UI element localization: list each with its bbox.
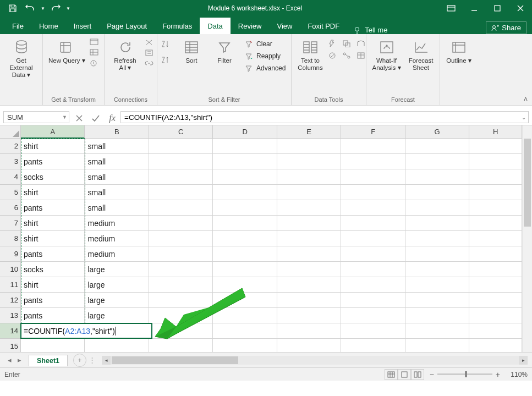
cell[interactable] [341,185,405,200]
cell[interactable] [213,200,277,216]
cell[interactable]: socks [21,262,85,277]
cell[interactable] [341,216,405,231]
page-break-icon[interactable] [411,369,424,380]
cell[interactable]: pants [21,293,85,308]
cell[interactable] [341,262,405,277]
cell[interactable] [149,339,213,352]
row-header[interactable]: 2 [0,139,21,154]
cell[interactable] [341,293,405,308]
row-header[interactable]: 9 [0,246,21,262]
cell[interactable]: small [85,185,149,200]
cell[interactable] [469,200,522,216]
get-external-data-button[interactable]: Get External Data ▾ [3,36,39,80]
select-all-button[interactable] [0,125,21,139]
cell[interactable] [149,277,213,293]
cell[interactable] [213,139,277,154]
cell[interactable] [341,277,405,293]
row-header[interactable]: 12 [0,293,21,308]
collapse-ribbon-icon[interactable]: ᐱ [524,96,528,102]
maximize-icon[interactable] [486,0,509,16]
save-icon[interactable] [6,1,20,15]
cell[interactable]: pants [21,308,85,323]
close-icon[interactable] [509,0,532,16]
cell[interactable]: large [85,277,149,293]
cell[interactable] [469,154,522,169]
cell[interactable] [149,139,213,154]
new-sheet-button[interactable]: + [73,354,86,367]
tab-view[interactable]: View [269,18,300,34]
row-header[interactable]: 5 [0,185,21,200]
cell[interactable]: pants [21,154,85,169]
cell[interactable] [405,277,469,293]
formula-expand-icon[interactable]: ⌄ [522,114,526,120]
cell[interactable] [405,154,469,169]
clear-filter-button[interactable]: Clear [242,38,287,50]
cell[interactable] [469,262,522,277]
cell[interactable] [341,154,405,169]
ribbon-display-icon[interactable] [440,0,463,16]
cell[interactable] [213,231,277,246]
cell[interactable] [277,185,341,200]
tab-page-layout[interactable]: Page Layout [99,18,155,34]
tab-data[interactable]: Data [200,18,230,34]
cell[interactable] [469,231,522,246]
text-to-columns-button[interactable]: Text to Columns [295,36,326,73]
row-header[interactable]: 8 [0,231,21,246]
cell[interactable] [149,246,213,262]
cell[interactable] [341,246,405,262]
tab-home[interactable]: Home [31,18,66,34]
cell[interactable] [405,231,469,246]
cell[interactable] [213,323,277,339]
normal-view-icon[interactable] [385,369,398,380]
cell[interactable]: large [85,293,149,308]
row-header[interactable]: 15 [0,339,21,352]
cell[interactable] [149,262,213,277]
cell[interactable] [341,200,405,216]
cell[interactable] [469,246,522,262]
page-layout-icon[interactable] [398,369,411,380]
sheet-nav[interactable]: ◂▸ [0,356,29,364]
recent-sources-icon[interactable] [90,59,98,69]
zoom-in-icon[interactable]: + [496,370,500,379]
cell[interactable]: small [85,169,149,185]
cell[interactable] [277,323,341,339]
cell[interactable] [277,154,341,169]
cell[interactable] [277,262,341,277]
new-query-button[interactable]: New Query ▾ [46,36,87,65]
minimize-icon[interactable] [463,0,486,16]
cell[interactable] [213,339,277,352]
formula-input[interactable]: =COUNTIF(A2:A13,"shirt") ⌄ [120,111,529,123]
cell[interactable] [469,277,522,293]
cell[interactable] [405,200,469,216]
cell[interactable] [277,169,341,185]
data-validation-icon[interactable] [328,52,340,62]
refresh-all-button[interactable]: Refresh All ▾ [108,36,142,73]
edit-links-icon[interactable] [145,59,153,69]
cell[interactable] [405,339,469,352]
column-header[interactable]: B [85,125,149,139]
cell[interactable]: medium [85,246,149,262]
cell[interactable] [277,308,341,323]
cell[interactable] [277,231,341,246]
cell[interactable]: shirt [21,216,85,231]
cell[interactable] [405,169,469,185]
cell[interactable] [469,339,522,352]
cell[interactable] [149,231,213,246]
cell[interactable] [469,185,522,200]
cell[interactable] [341,231,405,246]
cell[interactable] [405,293,469,308]
column-header[interactable]: G [405,125,469,139]
cell[interactable] [405,216,469,231]
row-header[interactable]: 11 [0,277,21,293]
relationships-icon[interactable] [342,52,354,62]
cell[interactable]: shirt [21,277,85,293]
cell[interactable] [469,308,522,323]
cell[interactable]: shirt [21,185,85,200]
cell[interactable] [341,308,405,323]
sort-desc-icon[interactable] [161,56,172,67]
show-queries-icon[interactable] [90,38,98,48]
cell[interactable] [405,308,469,323]
undo-icon[interactable] [23,1,37,15]
cell[interactable] [149,154,213,169]
cell[interactable] [277,139,341,154]
